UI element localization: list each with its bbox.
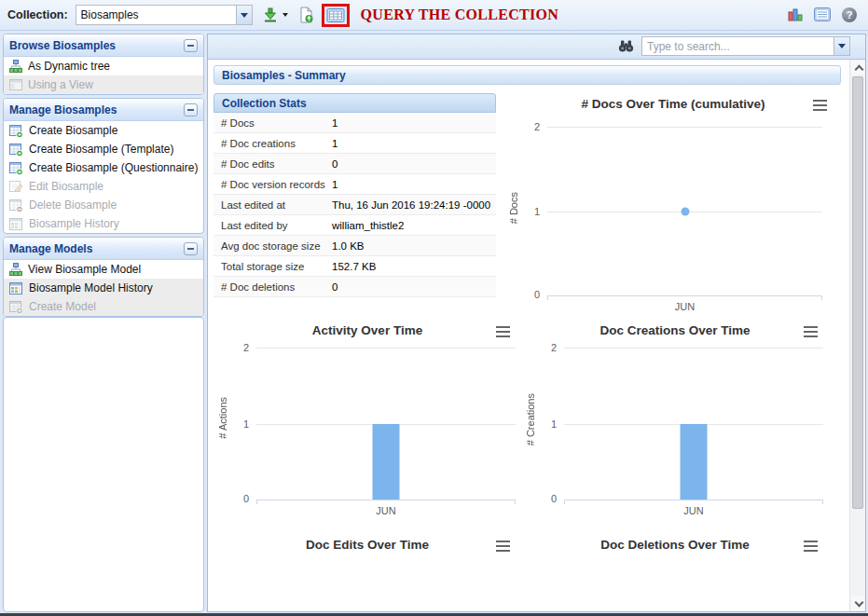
stat-value: william_thistle2 xyxy=(332,220,404,231)
x-tick-label: JUN xyxy=(564,505,823,516)
data-bar[interactable] xyxy=(373,424,400,500)
sidebar-item-label: Create Model xyxy=(29,300,96,313)
stats-chart-icon[interactable] xyxy=(788,7,803,22)
table-row: Avg doc storage size1.0 KB xyxy=(214,236,496,256)
collection-stats-title: Collection Stats xyxy=(222,97,307,110)
collection-stats-header: Collection Stats xyxy=(214,93,496,113)
y-tick: 1 xyxy=(243,419,249,430)
table-row: # Doc deletions0 xyxy=(214,277,496,297)
main-panel: Biosamples - Summary Collection Stats # … xyxy=(207,34,866,612)
table-add-icon xyxy=(9,161,23,175)
x-tick-label: JUN xyxy=(547,301,822,312)
collapse-icon[interactable] xyxy=(184,39,198,52)
search-combo-trigger[interactable] xyxy=(834,36,850,56)
section-title: Manage Models xyxy=(9,242,92,255)
stat-label: # Doc deletions xyxy=(221,281,332,293)
collapse-icon[interactable] xyxy=(184,242,198,255)
chart-doc-creations-over-time: Doc Creations Over Time # Creations 2 1 … xyxy=(521,322,829,520)
view-icon xyxy=(9,78,22,91)
data-point[interactable] xyxy=(681,208,689,216)
sidebar-item-as-dynamic-tree[interactable]: As Dynamic tree xyxy=(4,57,203,75)
chart-menu-icon[interactable] xyxy=(804,541,818,552)
import-icon-glyph xyxy=(262,7,279,23)
table-delete-icon xyxy=(9,198,23,212)
y-tick: 0 xyxy=(534,290,540,300)
section-header-browse-biosamples[interactable]: Browse Biosamples xyxy=(4,34,203,57)
chart-menu-icon[interactable] xyxy=(813,100,827,111)
sidebar-item-create-model: Create Model xyxy=(4,297,203,316)
chart-menu-icon[interactable] xyxy=(496,541,510,552)
table-row: # Doc creations1 xyxy=(214,133,496,154)
query-annotation-text: QUERY THE COLLECTION xyxy=(361,7,559,23)
tree-icon xyxy=(9,60,22,73)
chart-menu-icon[interactable] xyxy=(496,326,510,337)
y-tick: 2 xyxy=(534,122,540,132)
new-document-icon[interactable] xyxy=(297,7,314,23)
list-icon-glyph xyxy=(814,7,831,22)
sidebar-item-label: Delete Biosample xyxy=(29,198,117,212)
chevron-down-icon xyxy=(241,13,248,18)
stat-label: Total storage size xyxy=(221,261,332,272)
table-row: # Doc edits0 xyxy=(214,154,496,174)
collection-stats-panel: Collection Stats # Docs1 # Doc creations… xyxy=(214,93,496,297)
stat-label: # Docs xyxy=(221,117,332,129)
sidebar-item-delete-biosample: Delete Biosample xyxy=(4,196,203,214)
sidebar-item-create-biosample-questionnaire[interactable]: Create Biosample (Questionnaire) xyxy=(4,158,203,177)
scrollbar-thumb[interactable] xyxy=(852,76,863,509)
section-title: Browse Biosamples xyxy=(9,39,116,52)
gridline xyxy=(547,127,822,128)
table-row: Total storage size152.7 KB xyxy=(214,256,496,277)
table-history-icon xyxy=(9,217,23,231)
table-row: # Doc version records1 xyxy=(214,174,496,195)
stat-label: # Doc edits xyxy=(221,158,332,170)
import-icon[interactable] xyxy=(262,7,279,23)
scroll-up-icon[interactable] xyxy=(851,61,864,75)
y-tick: 1 xyxy=(551,419,557,430)
sidebar-item-label: View Biosample Model xyxy=(28,263,141,276)
section-header-manage-biosamples[interactable]: Manage Biosamples xyxy=(4,99,203,121)
sidebar-item-create-biosample-template[interactable]: Create Biosample (Template) xyxy=(4,140,203,158)
table-row: Last edited atThu, 16 Jun 2016 19:24:19 … xyxy=(214,195,496,215)
sidebar-section-browse-biosamples: Browse Biosamples As Dynamic tree Using … xyxy=(3,34,204,95)
table-add-icon xyxy=(9,300,23,314)
stat-value: Thu, 16 Jun 2016 19:24:19 -0000 xyxy=(332,199,490,211)
chart-menu-icon[interactable] xyxy=(804,326,818,337)
table-history-icon xyxy=(9,281,23,295)
data-bar[interactable] xyxy=(681,424,708,500)
scroll-down-icon[interactable] xyxy=(851,596,864,610)
sidebar-item-create-biosample[interactable]: Create Biosample xyxy=(4,121,203,140)
search-input[interactable] xyxy=(641,36,834,56)
sidebar-empty-panel xyxy=(3,317,204,612)
stat-value: 1.0 KB xyxy=(332,240,365,252)
vertical-scrollbar[interactable] xyxy=(849,60,865,611)
main-content: Biosamples - Summary Collection Stats # … xyxy=(208,60,865,611)
stat-label: Last edited by xyxy=(221,220,332,231)
main-panel-toolbar xyxy=(208,34,865,60)
sidebar-item-biosample-model-history[interactable]: Biosample Model History xyxy=(4,279,203,297)
query-collection-icon[interactable] xyxy=(326,7,345,23)
collection-combo-input[interactable] xyxy=(76,5,236,25)
collapse-icon[interactable] xyxy=(184,103,198,116)
collection-combo-trigger[interactable] xyxy=(236,5,253,25)
chart-title: Activity Over Time xyxy=(214,323,521,337)
sidebar-item-label: Using a View xyxy=(28,78,93,91)
sidebar-item-label: Create Biosample (Template) xyxy=(29,143,173,156)
y-tick: 2 xyxy=(551,343,557,353)
sidebar-item-view-biosample-model[interactable]: View Biosample Model xyxy=(4,260,203,279)
sidebar-item-label: As Dynamic tree xyxy=(28,60,110,73)
import-dropdown-caret-icon[interactable] xyxy=(282,13,288,17)
sidebar-section-manage-biosamples: Manage Biosamples Create Biosample Creat… xyxy=(3,98,204,234)
stat-value: 152.7 KB xyxy=(332,261,376,272)
search-combo[interactable] xyxy=(641,36,850,56)
sidebar-item-edit-biosample: Edit Biosample xyxy=(4,177,203,196)
stat-value: 1 xyxy=(332,117,338,129)
section-header-manage-models[interactable]: Manage Models xyxy=(4,238,203,260)
list-view-icon[interactable] xyxy=(814,7,831,22)
help-icon[interactable]: ? xyxy=(842,7,857,22)
sidebar: Browse Biosamples As Dynamic tree Using … xyxy=(3,34,204,612)
collection-stats-table: # Docs1 # Doc creations1 # Doc edits0 # … xyxy=(214,113,496,297)
sidebar-item-biosample-history: Biosample History xyxy=(4,214,203,233)
collection-combo[interactable] xyxy=(76,5,253,25)
y-axis-label: # Docs xyxy=(508,192,519,224)
stat-label: Last edited at xyxy=(221,199,332,211)
